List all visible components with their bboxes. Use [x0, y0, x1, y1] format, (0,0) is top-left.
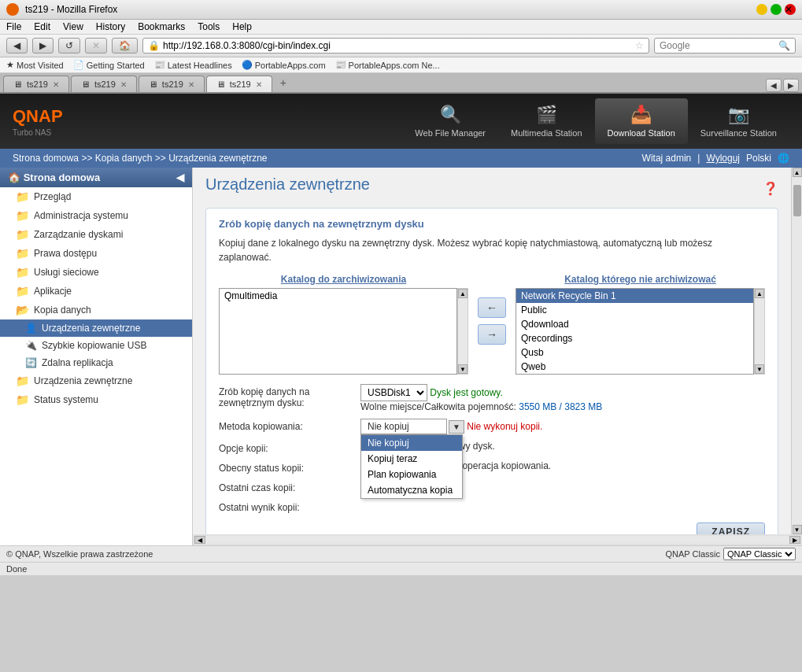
save-button[interactable]: ZAPISZ: [697, 522, 765, 534]
sidebar-item-zdalna[interactable]: 🔄 Zdalna replikacja: [0, 354, 192, 371]
disk-select[interactable]: USBDisk1: [360, 384, 427, 401]
method-select-display[interactable]: Nie kopiuj: [360, 419, 447, 434]
scroll-up-arrow[interactable]: ▲: [793, 168, 802, 177]
minimize-btn[interactable]: [756, 4, 767, 15]
logout-link[interactable]: Wyloguj: [706, 153, 740, 164]
reload-button[interactable]: ↺: [58, 38, 80, 54]
source-item-qmultimedia[interactable]: Qmultimedia: [220, 289, 456, 303]
dest-item-qusb[interactable]: Qusb: [516, 345, 753, 360]
nav-multimedia-station[interactable]: 🎬 Multimedia Station: [498, 98, 595, 144]
menu-history[interactable]: History: [96, 21, 125, 32]
sidebar-item-aplikacje[interactable]: 📁 Aplikacje: [0, 282, 192, 301]
sidebar-item-uslugi[interactable]: 📁 Usługi sieciowe: [0, 263, 192, 282]
sidebar-item-administracja[interactable]: 📁 Administracja systemu: [0, 206, 192, 225]
scroll-left-arrow[interactable]: ◀: [194, 536, 205, 544]
sidebar-item-urzadzenia-zewnetrzne[interactable]: 👤 Urządzenia zewnętrzne: [0, 319, 192, 337]
dest-scroll-up[interactable]: ▲: [755, 289, 764, 298]
nav-web-file-manager[interactable]: 🔍 Web File Manager: [402, 98, 498, 144]
stop-button[interactable]: ✕: [85, 38, 107, 54]
nav-surveillance-station[interactable]: 📷 Surveillance Station: [688, 98, 789, 144]
back-button[interactable]: ◀: [6, 38, 28, 54]
tab-2[interactable]: 🖥 ts219 ✕: [71, 76, 137, 92]
person-icon: 👤: [25, 323, 37, 334]
method-dropdown-arrow[interactable]: ▼: [449, 420, 464, 434]
nav-download-station[interactable]: 📥 Download Station: [595, 98, 688, 144]
scroll-right-arrow[interactable]: ▶: [789, 536, 800, 544]
header-nav: 🔍 Web File Manager 🎬 Multimedia Station …: [101, 98, 789, 144]
scroll-track[interactable]: [792, 177, 802, 525]
move-left-button[interactable]: ←: [478, 297, 506, 318]
dest-item-qweb[interactable]: Qweb: [516, 360, 753, 374]
form-row-opcje: Opcje kopii: Skopiuj dane na docelowy dy…: [219, 441, 765, 454]
sidebar-item-urzadzenia[interactable]: 📁 Urządzenia zewnętrzne: [0, 371, 192, 390]
bookmark-most-visited[interactable]: ★ Most Visited: [6, 60, 64, 70]
sidebar-item-kopia[interactable]: 📂 Kopia danych: [0, 301, 192, 319]
sidebar-item-prawa[interactable]: 📁 Prawa dostępu: [0, 244, 192, 263]
scroll-down-arrow[interactable]: ▼: [793, 525, 802, 534]
method-dropdown-container: Nie kopiuj ▼ Nie kopiuj Kopiuj teraz Pla…: [360, 419, 464, 434]
tab-favicon-3: 🖥: [149, 79, 157, 89]
source-scroll-up[interactable]: ▲: [458, 289, 468, 298]
home-button[interactable]: 🏠: [112, 38, 138, 54]
star-icon: ★: [6, 60, 14, 70]
sidebar-item-zarzadzanie[interactable]: 📁 Zarządzanie dyskami: [0, 225, 192, 244]
menu-view[interactable]: View: [63, 21, 83, 32]
source-scroll-down[interactable]: ▼: [458, 364, 468, 374]
sidebar-item-status[interactable]: 📁 Status systemu: [0, 390, 192, 409]
dest-item-qdownload[interactable]: Qdownload: [516, 317, 753, 331]
new-tab-button[interactable]: +: [274, 73, 293, 92]
folder-icon-8: 📁: [16, 393, 29, 406]
bookmark-portableapps2[interactable]: 📰 PortableApps.com Ne...: [335, 60, 440, 70]
dropdown-item-plan[interactable]: Plan kopiowania: [361, 467, 462, 482]
tab-4[interactable]: 🖥 ts219 ✕: [206, 76, 272, 92]
menu-bookmarks[interactable]: Bookmarks: [138, 21, 185, 32]
move-right-button[interactable]: →: [478, 324, 506, 345]
menu-tools[interactable]: Tools: [198, 21, 220, 32]
sidebar-collapse-icon[interactable]: ◀: [176, 172, 184, 183]
close-btn[interactable]: ✕: [785, 4, 796, 15]
tab-3[interactable]: 🖥 ts219 ✕: [139, 76, 205, 92]
dest-item-public[interactable]: Public: [516, 303, 753, 317]
rss-icon: 📰: [154, 60, 165, 70]
tab-close-2[interactable]: ✕: [120, 80, 127, 89]
forward-button[interactable]: ▶: [32, 38, 54, 54]
menu-file[interactable]: File: [6, 21, 21, 32]
address-input[interactable]: [163, 40, 632, 51]
dest-scroll-down[interactable]: ▼: [755, 364, 764, 374]
content-wrapper: Urządzenia zewnętrzne ❓ Zrób kopię danyc…: [193, 168, 802, 545]
bookmark-portableapps[interactable]: 🔵 PortableApps.com: [242, 60, 326, 70]
tab-close-4[interactable]: ✕: [256, 80, 262, 89]
bookmark-headlines[interactable]: 📰 Latest Headlines: [154, 60, 232, 70]
bookmark-star-icon[interactable]: ☆: [635, 40, 644, 51]
theme-select[interactable]: QNAP Classic: [723, 548, 796, 560]
dropdown-item-kopiuj-teraz[interactable]: Kopiuj teraz: [361, 451, 462, 467]
dropdown-item-nie-kopiuj[interactable]: Nie kopiuj: [361, 435, 462, 451]
form-row-method: Metoda kopiowania: Nie kopiuj ▼: [219, 419, 765, 434]
h-scroll-track[interactable]: [205, 536, 789, 544]
dest-item-network-recycle[interactable]: Network Recycle Bin 1: [516, 289, 753, 303]
dest-item-qrecordings[interactable]: Qrecordings: [516, 331, 753, 345]
tab-scroll-left[interactable]: ◀: [766, 79, 782, 92]
help-icon[interactable]: ❓: [763, 181, 778, 196]
tab-close-3[interactable]: ✕: [188, 80, 194, 89]
tab-close-1[interactable]: ✕: [53, 80, 59, 89]
menu-edit[interactable]: Edit: [34, 21, 50, 32]
btn-row: ZAPISZ: [219, 522, 765, 534]
tab-scroll-right[interactable]: ▶: [783, 79, 799, 92]
search-icon[interactable]: 🔍: [778, 40, 790, 51]
sidebar-item-przegląd[interactable]: 📁 Przegląd: [0, 187, 192, 206]
menu-help[interactable]: Help: [232, 21, 252, 32]
bookmark-getting-started[interactable]: 📄 Getting Started: [73, 60, 145, 70]
tab-1[interactable]: 🖥 ts219 ✕: [3, 76, 69, 92]
search-input[interactable]: [660, 40, 778, 51]
dropdown-item-automatyczna[interactable]: Automatyczna kopia: [361, 482, 462, 498]
sidebar: 🏠 Strona domowa ◀ 📁 Przegląd 📁 Administr…: [0, 168, 193, 545]
dest-item-nfs[interactable]: nfs: [516, 374, 753, 375]
maximize-btn[interactable]: [771, 4, 782, 15]
sidebar-item-szybkie[interactable]: 🔌 Szybkie kopiowanie USB: [0, 337, 192, 354]
horizontal-scrollbar[interactable]: ◀ ▶: [193, 534, 802, 545]
language-selector[interactable]: Polski: [746, 153, 771, 164]
footer-bar: © QNAP, Wszelkie prawa zastrzeżone QNAP …: [0, 545, 802, 562]
tab-favicon-4: 🖥: [216, 79, 225, 89]
right-scrollbar[interactable]: ▲ ▼: [791, 168, 802, 534]
